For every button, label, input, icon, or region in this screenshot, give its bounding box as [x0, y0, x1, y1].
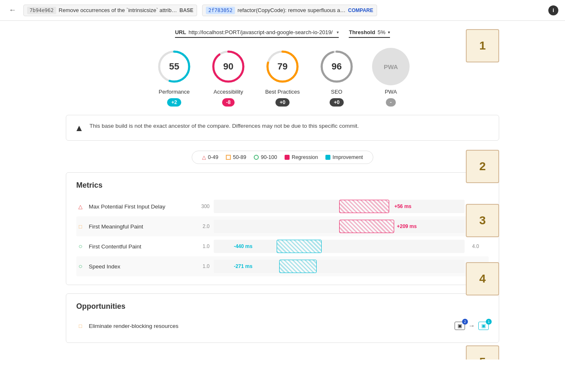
base-count-badge: ▣ 2 — [455, 322, 465, 330]
info-icon[interactable]: i — [548, 5, 558, 15]
warning-box: ▲ This base build is not the exact ances… — [66, 115, 499, 141]
legend-50-89-label: 50-89 — [233, 154, 246, 160]
legend-50-89: 50-89 — [226, 154, 246, 160]
triangle-icon: △ — [202, 154, 206, 160]
url-field[interactable]: URL http://localhost:PORT/javascript-and… — [175, 29, 339, 38]
speed-index-bar: -271 ms — [214, 260, 465, 273]
compare-count-badge: ▣ 1 — [478, 322, 489, 330]
annotation-4: 4 — [466, 262, 499, 295]
compare-message: refactor(CopyCode): remove superfluous a… — [238, 7, 345, 13]
opportunities-section: Opportunities □ Eliminate render-blockin… — [66, 293, 499, 343]
fmp-name: First Meaningful Paint — [89, 223, 189, 230]
fmp-bar: +209 ms — [214, 220, 465, 233]
annotation-1: 1 — [466, 29, 499, 62]
content-wrapper: 1 2 3 4 5 URL http://localhost:PORT/java… — [66, 29, 499, 343]
metric-row-max-fid: △ Max Potential First Input Delay 300 +5… — [76, 196, 489, 216]
base-commit-chip[interactable]: 7b94e962 Remove occurrences of the `intr… — [23, 5, 197, 16]
metrics-section: Metrics △ Max Potential First Input Dela… — [66, 172, 499, 285]
speed-index-icon: ○ — [76, 262, 85, 270]
threshold-chevron-icon: ▾ — [388, 30, 390, 35]
max-fid-min: 300 — [193, 203, 210, 209]
metric-row-speed-index: ○ Speed Index 1.0 -271 ms 4.0 — [76, 256, 489, 276]
fcp-delta: -440 ms — [234, 243, 252, 249]
fcp-bar: -440 ms — [214, 240, 465, 253]
fmp-icon: □ — [76, 222, 85, 231]
arrow-icon: → — [468, 322, 475, 330]
circle-green-icon — [254, 155, 259, 160]
best-practices-value: 79 — [278, 61, 288, 72]
metric-row-fmp: □ First Meaningful Paint 2.0 +209 ms 4.0 — [76, 216, 489, 236]
accessibility-label: Accessibility — [214, 89, 243, 95]
pwa-circle: PWA — [372, 48, 410, 85]
best-practices-circle: 79 — [264, 48, 301, 85]
speed-index-delta: -271 ms — [234, 263, 252, 269]
speed-index-name: Speed Index — [89, 263, 189, 270]
pwa-label: PWA — [385, 89, 397, 95]
best-practices-label: Best Practices — [265, 89, 300, 95]
score-seo[interactable]: 96 SEO +0 — [318, 48, 355, 107]
fcp-name: First Contentful Paint — [89, 243, 189, 250]
render-blocking-icon: □ — [76, 322, 85, 330]
metrics-title: Metrics — [76, 181, 489, 190]
max-fid-name: Max Potential First Input Delay — [89, 203, 189, 210]
back-button[interactable]: ← — [7, 5, 18, 16]
annotation-5: 5 — [466, 345, 499, 360]
seo-circle: 96 — [318, 48, 355, 85]
accessibility-badge: -8 — [222, 98, 235, 107]
accessibility-value: 90 — [223, 61, 233, 72]
base-message: Remove occurrences of the `intrinsicsize… — [59, 7, 177, 13]
fmp-delta: +209 ms — [397, 223, 417, 229]
max-fid-delta: +56 ms — [394, 203, 411, 209]
threshold-field[interactable]: Threshold 5% ▾ — [349, 29, 390, 38]
header: ← 7b94e962 Remove occurrences of the `in… — [0, 0, 565, 21]
performance-badge: +2 — [167, 98, 181, 107]
seo-value: 96 — [332, 61, 342, 72]
legend-0-49-label: 0-49 — [208, 154, 218, 160]
legend-90-100: 90-100 — [254, 154, 277, 160]
compare-commit-chip[interactable]: 2f783052 refactor(CopyCode): remove supe… — [202, 5, 377, 16]
legend-improvement-label: Improvement — [332, 154, 363, 160]
render-blocking-actions: ▣ 2 → ▣ 1 — [455, 322, 489, 330]
opportunities-title: Opportunities — [76, 302, 489, 311]
performance-circle: 55 — [155, 48, 193, 85]
performance-label: Performance — [159, 89, 190, 95]
performance-value: 55 — [169, 61, 179, 72]
url-label: URL — [175, 29, 186, 35]
metric-row-fcp: ○ First Contentful Paint 1.0 -440 ms 4.0 — [76, 236, 489, 256]
regression-dot-icon — [285, 155, 290, 160]
compare-label: COMPARE — [348, 7, 373, 13]
base-hash: 7b94e962 — [27, 7, 56, 14]
score-performance[interactable]: 55 Performance +2 — [155, 48, 193, 107]
warning-text: This base build is not the exact ancesto… — [90, 122, 359, 130]
score-best-practices[interactable]: 79 Best Practices +0 — [264, 48, 301, 107]
best-practices-badge: +0 — [275, 98, 290, 107]
opportunity-row-render-blocking: □ Eliminate render-blocking resources ▣ … — [76, 318, 489, 334]
compare-count: 1 — [486, 319, 492, 325]
legend-regression-label: Regression — [292, 154, 318, 160]
render-blocking-name: Eliminate render-blocking resources — [89, 323, 450, 329]
max-fid-icon: △ — [76, 202, 85, 211]
legend-regression: Regression — [285, 154, 318, 160]
warning-triangle-icon: ▲ — [75, 123, 84, 134]
score-pwa[interactable]: PWA PWA - — [372, 48, 410, 107]
speed-index-min: 1.0 — [193, 263, 210, 269]
compare-hash: 2f783052 — [206, 7, 235, 14]
threshold-label: Threshold — [349, 29, 375, 35]
fcp-icon: ○ — [76, 242, 85, 251]
main-content: 1 2 3 4 5 URL http://localhost:PORT/java… — [53, 21, 512, 360]
legend-90-100-label: 90-100 — [261, 154, 277, 160]
annotation-2: 2 — [466, 150, 499, 183]
accessibility-circle: 90 — [210, 48, 247, 85]
legend-0-49: △ 0-49 — [202, 154, 218, 160]
legend-improvement: Improvement — [325, 154, 363, 160]
threshold-value: 5% — [378, 29, 385, 35]
legend: △ 0-49 50-89 90-100 Regression Improveme… — [192, 151, 373, 164]
url-row: URL http://localhost:PORT/javascript-and… — [66, 29, 499, 38]
max-fid-bar: +56 ms — [214, 200, 465, 213]
base-label: BASE — [180, 7, 193, 13]
improvement-dot-icon — [325, 155, 330, 160]
url-value: http://localhost:PORT/javascript-and-goo… — [189, 29, 333, 35]
fcp-min: 1.0 — [193, 243, 210, 249]
score-accessibility[interactable]: 90 Accessibility -8 — [210, 48, 247, 107]
seo-badge: +0 — [330, 98, 344, 107]
